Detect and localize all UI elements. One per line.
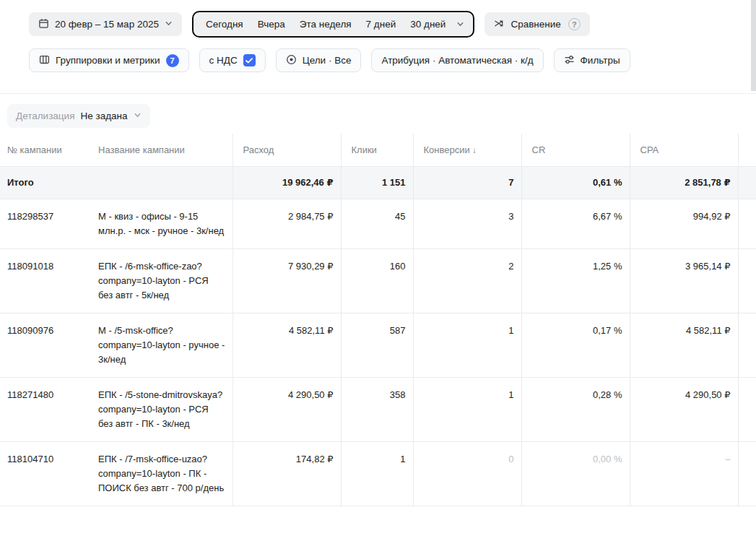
column-header-cost[interactable]: Расход: [233, 134, 341, 166]
sort-desc-icon: ↓: [472, 145, 477, 155]
detalization-label: Детализация: [16, 111, 74, 121]
detalization-select[interactable]: Детализация Не задана: [7, 104, 150, 128]
totals-clicks: 1 151: [341, 166, 413, 199]
totals-cr: 0,61 %: [521, 166, 630, 199]
column-header-clicks[interactable]: Клики: [341, 134, 413, 166]
attribution-button[interactable]: Атрибуция · Автоматическая · к/д: [371, 48, 543, 72]
groupings-metrics-label: Группировки и метрики: [56, 55, 160, 66]
cpa-cell: 3 965,14 ₽: [630, 248, 738, 313]
table-row: 118271480 ЕПК - /5-stone-dmitrovskaya?co…: [0, 377, 756, 441]
quick-range-today[interactable]: Сегодня: [199, 12, 250, 36]
conversions-cell: 1: [413, 377, 521, 441]
stub-cell: [738, 313, 756, 377]
totals-conversions: 7: [413, 166, 521, 199]
campaign-name: ЕПК - /6-msk-office-zao?company=10-layto…: [91, 248, 233, 313]
groupings-count-badge: 7: [166, 54, 179, 67]
target-icon: [286, 54, 297, 67]
cpa-cell: 994,92 ₽: [630, 199, 738, 248]
column-header-conversions[interactable]: Конверсии↓: [413, 134, 521, 166]
totals-cost: 19 962,46 ₽: [233, 166, 341, 199]
goals-label: Цели · Все: [303, 55, 352, 66]
stub-cell: [738, 248, 756, 313]
totals-cpa: 2 851,78 ₽: [630, 166, 738, 199]
cr-cell: 6,67 %: [521, 199, 630, 248]
clicks-cell: 587: [341, 313, 413, 377]
cr-cell: 0,17 %: [521, 313, 630, 377]
column-header-cpa[interactable]: CPA: [630, 134, 738, 166]
conversions-cell: 3: [413, 199, 521, 248]
quick-range-7-days[interactable]: 7 дней: [360, 12, 403, 36]
cr-cell: 0,00 %: [521, 441, 630, 506]
campaign-id: 118271480: [0, 377, 91, 441]
chevron-down-icon: [165, 19, 173, 30]
conversions-cell: 2: [413, 248, 521, 313]
campaign-name: М - квиз - офисы - 9-15 млн.р. - мск - р…: [91, 199, 233, 248]
clicks-cell: 358: [341, 377, 413, 441]
campaign-id: 118091018: [0, 248, 91, 313]
stub-cell: [738, 199, 756, 248]
toolbar-row-dates: 20 февр – 15 мар 2025 Сегодня Вчера Эта …: [29, 11, 727, 38]
cost-cell: 4 582,11 ₽: [233, 313, 341, 377]
campaign-id: 118298537: [0, 199, 91, 248]
column-header-campaign-name[interactable]: Название кампании: [91, 134, 233, 166]
campaign-name: ЕПК - /5-stone-dmitrovskaya?company=10-l…: [91, 377, 233, 441]
quick-range-group: Сегодня Вчера Эта неделя 7 дней 30 дней: [192, 11, 474, 38]
vat-checkbox-checked[interactable]: [243, 54, 256, 66]
compare-arrows-icon: [494, 18, 505, 31]
date-range-label: 20 февр – 15 мар 2025: [55, 19, 159, 30]
quick-range-yesterday[interactable]: Вчера: [251, 12, 292, 36]
stub-cell: [738, 441, 756, 506]
cost-cell: 4 290,50 ₽: [233, 377, 341, 441]
attribution-label: Атрибуция · Автоматическая · к/д: [381, 55, 533, 66]
detalization-value: Не задана: [80, 111, 127, 121]
help-icon[interactable]: ?: [568, 18, 581, 30]
groupings-metrics-button[interactable]: Группировки и метрики 7: [29, 48, 189, 72]
cpa-cell: 4 290,50 ₽: [630, 377, 738, 441]
cost-cell: 174,82 ₽: [233, 441, 341, 506]
totals-stub: [738, 166, 756, 199]
column-header-campaign-id[interactable]: № кампании: [0, 134, 91, 166]
column-header-cr[interactable]: CR: [521, 134, 630, 166]
table-row: 118298537 М - квиз - офисы - 9-15 млн.р.…: [0, 199, 756, 248]
campaign-id: 118104710: [0, 441, 91, 506]
table-row: 118104710 ЕПК - /7-msk-office-uzao?compa…: [0, 441, 756, 506]
detalization-bar: Детализация Не задана: [0, 94, 756, 134]
conversions-cell: 1: [413, 313, 521, 377]
table-row: 118090976 М - /5-msk-office?company=10-l…: [0, 313, 756, 377]
cpa-cell: 4 582,11 ₽: [630, 313, 738, 377]
clicks-cell: 45: [341, 199, 413, 248]
quick-range-chevron-down-icon[interactable]: [453, 20, 467, 28]
cpa-cell: –: [630, 441, 738, 506]
comparison-button[interactable]: Сравнение ?: [485, 12, 589, 36]
scrollbar-strip[interactable]: [751, 0, 756, 91]
campaign-name: М - /5-msk-office?company=10-layton - ру…: [91, 313, 233, 377]
clicks-cell: 160: [341, 248, 413, 313]
campaigns-table: № кампании Название кампании Расход Клик…: [0, 134, 756, 506]
toolbar-row-filters: Группировки и метрики 7 с НДС Цели · Все…: [29, 48, 727, 72]
cost-cell: 7 930,29 ₽: [233, 248, 341, 313]
toolbar: 20 февр – 15 мар 2025 Сегодня Вчера Эта …: [0, 0, 756, 72]
chevron-down-icon: [134, 111, 142, 121]
columns-grid-icon: [39, 54, 50, 67]
conversions-label: Конверсии: [424, 144, 470, 155]
campaign-id: 118090976: [0, 313, 91, 377]
cr-cell: 0,28 %: [521, 377, 630, 441]
goals-button[interactable]: Цели · Все: [276, 48, 362, 72]
totals-row: Итого 19 962,46 ₽ 1 151 7 0,61 % 2 851,7…: [0, 166, 756, 199]
calendar-icon: [38, 18, 49, 31]
table-row: 118091018 ЕПК - /6-msk-office-zao?compan…: [0, 248, 756, 313]
date-range-button[interactable]: 20 февр – 15 мар 2025: [29, 12, 182, 36]
stub-cell: [738, 377, 756, 441]
filters-button[interactable]: Фильтры: [554, 48, 630, 72]
quick-range-30-days[interactable]: 30 дней: [404, 12, 452, 36]
quick-range-this-week[interactable]: Эта неделя: [293, 12, 358, 36]
conversions-cell: 0: [413, 441, 521, 506]
filters-label: Фильтры: [581, 55, 620, 66]
comparison-label: Сравнение: [510, 19, 560, 30]
table-header-row: № кампании Название кампании Расход Клик…: [0, 134, 756, 166]
cost-cell: 2 984,75 ₽: [233, 199, 341, 248]
vat-label: с НДС: [209, 55, 238, 66]
totals-label: Итого: [0, 166, 91, 199]
vat-toggle[interactable]: с НДС: [199, 48, 266, 72]
campaign-name: ЕПК - /7-msk-office-uzao?company=10-layt…: [91, 441, 233, 506]
